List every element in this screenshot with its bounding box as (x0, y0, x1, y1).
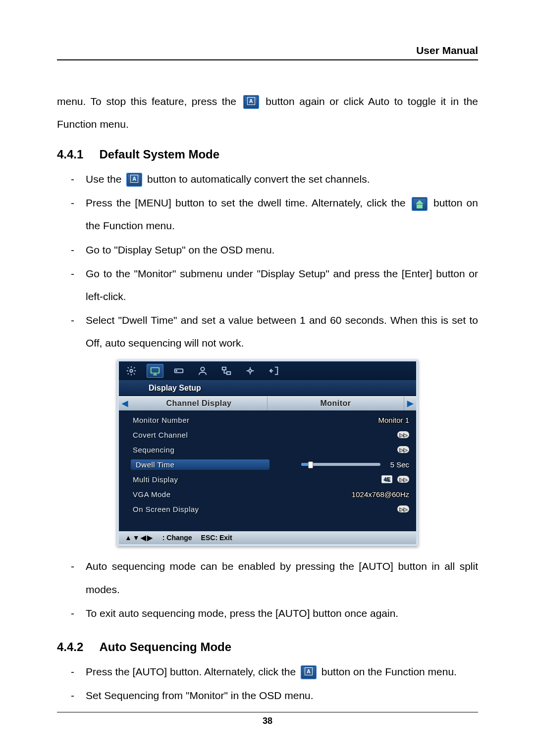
row-vga-mode: VGA Mode 1024x768@60Hz (119, 487, 416, 502)
row-multi-display: Multi Display 4E ▷▷ (119, 472, 416, 487)
row-monitor-number: Monitor Number Monitor 1 (119, 412, 416, 427)
list-item: Press the [MENU] button to set the dwell… (71, 192, 478, 237)
row-sequencing: Sequencing ▷▷ (119, 442, 416, 457)
row-label: Monitor Number (133, 416, 262, 424)
system-icon (242, 364, 259, 378)
section-4-4-1-list: Use the button to automatically convert … (57, 168, 478, 355)
intro-text-1: menu. To stop this feature, press the (57, 96, 241, 107)
hdd-icon (170, 364, 187, 378)
more-icon: ▷▷ (397, 476, 409, 483)
section-number: 4.4.1 (57, 146, 83, 163)
row-label: VGA Mode (133, 491, 262, 498)
gear-icon (123, 364, 140, 378)
osd-title: Display Setup (119, 380, 416, 396)
home-icon (412, 197, 428, 211)
row-label: On Screen Display (133, 505, 262, 513)
more-icon: ▷▷ (397, 505, 409, 512)
page-header: User Manual (57, 45, 478, 60)
osd-screenshot: Display Setup ◀ Channel Display Monitor … (117, 359, 418, 546)
li-text: Press the [MENU] button to set the dwell… (86, 197, 410, 208)
list-item: Use the button to automatically convert … (71, 168, 478, 191)
tab-arrow-left-icon: ◀ (119, 397, 131, 410)
row-on-screen-display: On Screen Display ▷▷ (119, 502, 416, 516)
osd-rows: Monitor Number Monitor 1 Covert Channel … (119, 410, 416, 531)
section-title: Auto Sequencing Mode (99, 639, 231, 655)
row-dwell-time: Dwell Time 5 Sec (119, 457, 416, 472)
li-text: Use the (86, 173, 124, 185)
multi-display-badge: 4E (381, 475, 392, 483)
header-title: User Manual (416, 45, 478, 56)
nav-arrows-icon: ▲▼◀▶ (125, 534, 154, 541)
auto-icon (301, 665, 317, 679)
svg-point-0 (130, 370, 133, 373)
footer-change: : Change (162, 534, 192, 541)
network-icon (218, 364, 235, 378)
row-label: Multi Display (133, 476, 262, 483)
osd-tabs: ◀ Channel Display Monitor ▶ (119, 396, 416, 410)
li-text: button on the Function menu. (321, 666, 457, 677)
dwell-time-slider (301, 463, 380, 466)
page-number: 38 (57, 716, 478, 726)
row-label: Covert Channel (133, 431, 262, 439)
section-4-4-2-heading: 4.4.2 Auto Sequencing Mode (57, 639, 478, 655)
svg-point-3 (176, 371, 177, 372)
tab-arrow-right-icon: ▶ (404, 397, 416, 410)
row-value: 1024x768@60Hz (262, 491, 409, 498)
row-label: Sequencing (133, 446, 262, 454)
svg-rect-5 (222, 367, 226, 370)
user-icon (194, 364, 211, 378)
section-number: 4.4.2 (57, 639, 83, 655)
section-4-4-1-heading: 4.4.1 Default System Mode (57, 146, 478, 163)
more-icon: ▷▷ (397, 446, 409, 453)
row-value: 4E ▷▷ (262, 475, 409, 483)
value-text: Monitor 1 (378, 416, 409, 424)
exit-icon (266, 364, 282, 378)
value-text: 5 Sec (390, 461, 409, 468)
slider-thumb-icon (308, 461, 313, 468)
tab-monitor: Monitor (268, 397, 404, 410)
list-item: Go to the "Monitor" submenu under "Displ… (71, 262, 478, 308)
footer-line (57, 712, 478, 713)
page-footer: 38 (57, 712, 478, 726)
svg-rect-6 (227, 372, 230, 375)
section-title: Default System Mode (99, 146, 219, 163)
row-value: ▷▷ (262, 431, 409, 438)
auto-icon (243, 95, 259, 109)
row-value: ▷▷ (262, 446, 409, 453)
list-item: Press the [AUTO] button. Alternately, cl… (71, 660, 478, 683)
auto-icon (126, 173, 142, 187)
list-item: Auto sequencing mode can be enabled by p… (71, 555, 478, 601)
list-item: To exit auto sequencing mode, press the … (71, 602, 478, 625)
list-item: Set Sequencing from "Monitor" in the OSD… (71, 684, 478, 707)
row-value: 5 Sec (269, 461, 409, 468)
row-value: ▷▷ (262, 505, 409, 512)
osd-footer: ▲▼◀▶ : Change ESC: Exit (119, 531, 416, 544)
body-content: menu. To stop this feature, press the bu… (57, 90, 478, 707)
section-4-4-1-after-list: Auto sequencing mode can be enabled by p… (57, 555, 478, 625)
tab-channel-display: Channel Display (131, 397, 268, 410)
svg-rect-1 (151, 368, 160, 373)
list-item: Go to "Display Setup" on the OSD menu. (71, 239, 478, 261)
more-icon: ▷▷ (397, 431, 409, 438)
svg-point-4 (201, 367, 204, 371)
value-text: 1024x768@60Hz (352, 491, 409, 498)
row-label: Dwell Time (131, 459, 269, 470)
osd-toolbar (119, 361, 416, 380)
intro-paragraph: menu. To stop this feature, press the bu… (57, 90, 478, 136)
row-value: Monitor 1 (262, 416, 409, 424)
svg-point-7 (249, 370, 252, 373)
li-text: button to automatically convert the set … (147, 173, 370, 185)
list-item: Select "Dwell Time" and set a value betw… (71, 309, 478, 354)
display-setup-icon (147, 364, 163, 378)
section-4-4-2-list: Press the [AUTO] button. Alternately, cl… (57, 660, 478, 707)
li-text: Press the [AUTO] button. Alternately, cl… (86, 666, 299, 677)
footer-exit: ESC: Exit (201, 534, 232, 541)
row-covert-channel: Covert Channel ▷▷ (119, 427, 416, 442)
